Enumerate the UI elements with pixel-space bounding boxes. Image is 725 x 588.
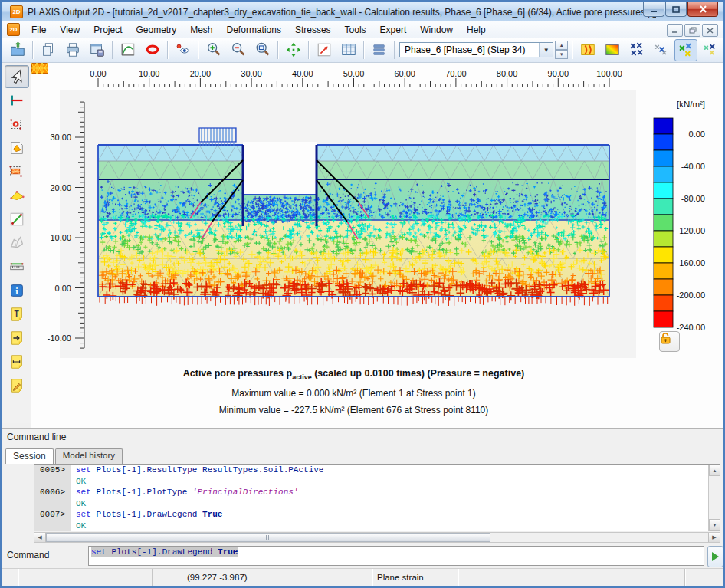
spinner-up-button[interactable]: ▲ [555,41,568,50]
svg-text:T: T [14,310,19,318]
play-icon [712,552,719,561]
svg-text:-10.00: -10.00 [48,333,71,343]
minimize-button[interactable] [643,2,664,17]
scroll-up-icon[interactable]: ▲ [709,465,720,476]
command-line-title: Command line [7,432,66,442]
eye-button[interactable] [172,39,195,61]
console-line: 0005>set Plots[-1].ResultType ResultType… [34,465,720,476]
legend-button[interactable] [368,39,391,61]
table-button[interactable] [337,39,360,61]
info-tool[interactable]: i [5,279,29,302]
console-horizontal-scrollbar[interactable]: ◀ ▶ [34,532,720,543]
menu-item-stresses[interactable]: Stresses [288,23,338,37]
window-controls [642,2,718,17]
open-button[interactable] [6,39,29,61]
select-points-tool[interactable] [5,113,29,136]
zoom-in-button[interactable] [202,39,225,61]
print-button[interactable] [61,39,84,61]
svg-text:-200.00: -200.00 [677,291,705,300]
scroll-left-icon[interactable]: ◀ [34,533,46,542]
run-command-button[interactable] [707,546,723,567]
zoom-out-button[interactable] [227,39,250,61]
partial-geometry-tool[interactable] [5,184,29,207]
menu-item-deformations[interactable]: Deformations [220,23,288,37]
principal-colored-button[interactable] [674,39,697,61]
mdi-close-button[interactable] [702,24,718,37]
tab-model-history[interactable]: Model history [55,448,123,464]
contour-lines-button[interactable] [576,39,599,61]
status-bar: (99.227 -3.987) Plane strain [2,568,723,586]
menu-item-window[interactable]: Window [413,23,460,37]
status-model-type: Plane strain [372,569,458,586]
zoom-rect-button[interactable] [251,39,274,61]
menu-item-tools[interactable]: Tools [338,23,373,37]
menu-item-view[interactable]: View [53,23,87,37]
close-button[interactable] [687,2,718,17]
report-button[interactable] [86,39,109,61]
spinner-down-button[interactable]: ▼ [555,50,568,59]
scroll-right-icon[interactable]: ▶ [708,533,720,542]
session-console[interactable]: 0005>set Plots[-1].ResultType ResultType… [34,464,720,531]
svg-text:10.00: 10.00 [139,69,160,78]
mdi-minimize-button[interactable] [667,24,683,37]
menu-item-expert[interactable]: Expert [373,23,414,37]
cursor-icon [8,68,25,85]
principal-center-icon [653,41,670,58]
cross-section-icon [8,92,25,109]
mdi-window-controls [667,24,718,37]
select-soil-tool[interactable] [5,160,29,183]
menu-item-project[interactable]: Project [87,23,129,37]
drawing-area[interactable]: 0.0010.0020.0030.0040.0050.0060.0070.008… [31,63,723,428]
svg-text:0.00: 0.00 [90,69,106,78]
main-toolbar: Phase_6 [Phase_6] (Step 34) ▼ ▲ ▼ [2,38,723,63]
status-cell-empty2 [454,569,685,586]
principal-center-button[interactable] [650,39,673,61]
console-line: OK [34,476,720,488]
command-input[interactable]: set Plots[-1].DrawLegend True [88,546,704,566]
arrow-annotation-icon [8,330,25,347]
measure-annotation-tool[interactable] [5,350,29,373]
cross-section-line-tool[interactable] [5,208,29,231]
phase-selector[interactable]: Phase_6 [Phase_6] (Step 34) ▼ [399,42,553,57]
draw-annotation-tool[interactable] [5,374,29,397]
window-title: PLAXIS Output 2D - [tutorial_2d_v2017_ch… [28,7,656,18]
svg-text:70.00: 70.00 [445,69,467,78]
status-cell-empty3 [685,569,723,586]
menu-item-file[interactable]: File [25,23,53,37]
console-vertical-scrollbar[interactable]: ▲ ▼ [708,465,720,531]
cross-section-tool[interactable] [5,89,29,112]
svg-text:100.00: 100.00 [596,69,622,78]
scroll-down-icon[interactable]: ▼ [709,519,720,531]
measure-annotation-icon [8,353,25,370]
node-icon [144,41,161,58]
measure-tool[interactable] [5,255,29,278]
tab-session[interactable]: Session [5,448,54,464]
principal-directions-button[interactable] [625,39,648,61]
select-structures-icon [8,140,25,156]
scale-button[interactable] [313,39,336,61]
distance-disabled-tool[interactable] [5,232,29,255]
maximize-button[interactable] [665,2,687,17]
copy-button[interactable] [37,39,60,61]
select-structures-tool[interactable] [5,136,29,159]
reset-zoom-button[interactable] [282,39,305,61]
text-annotation-tool[interactable]: T [5,303,29,326]
cursor-tool[interactable] [5,65,29,88]
menu-item-geometry[interactable]: Geometry [130,23,184,37]
svg-text:20.00: 20.00 [190,69,212,78]
mdi-restore-button[interactable] [684,24,700,37]
legend-lock-button[interactable] [659,331,680,352]
zoom-out-icon [230,41,247,58]
node-button[interactable] [141,39,164,61]
shadings-button[interactable] [601,39,624,61]
svg-text:0.00: 0.00 [689,130,705,139]
menu-item-help[interactable]: Help [460,23,493,37]
curves-button[interactable] [116,39,139,61]
chevron-down-icon[interactable]: ▼ [539,43,553,57]
menu-item-mesh[interactable]: Mesh [183,23,219,37]
side-toolbar: iT [2,63,31,423]
arrow-annotation-tool[interactable] [5,327,29,350]
scrollbar-thumb[interactable] [46,533,490,542]
caption-min-value: Minimum value = -227.5 kN/m² (Element 67… [98,405,609,416]
principal-extra-button[interactable] [699,39,722,61]
